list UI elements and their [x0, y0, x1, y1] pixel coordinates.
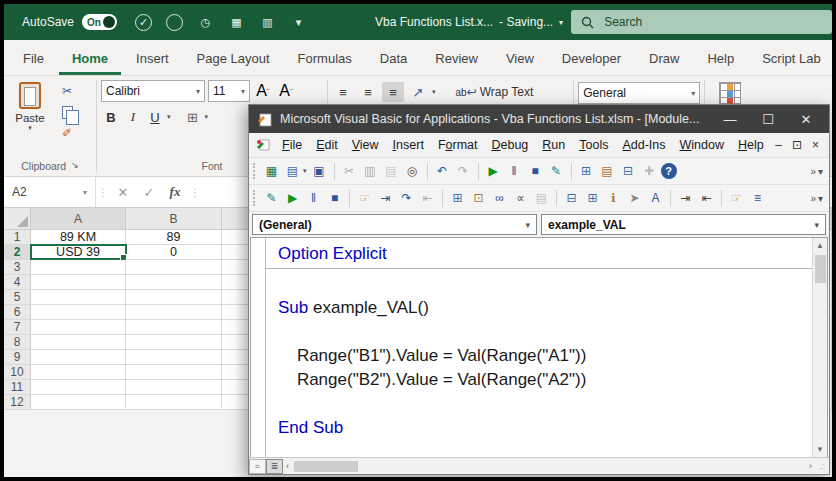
paste-button[interactable]: Paste ▾ [8, 80, 52, 142]
menu-insert[interactable]: Insert [386, 135, 431, 155]
menu-format[interactable]: Format [431, 135, 485, 155]
run-icon[interactable]: ▶ [484, 162, 503, 181]
horizontal-scrollbar[interactable]: ‹ › [283, 458, 815, 474]
toolbar-overflow-button[interactable]: »▾ [810, 193, 827, 204]
row-header-3[interactable]: 3 [4, 260, 31, 274]
row-header-2[interactable]: 2 [4, 245, 31, 259]
reset-icon[interactable]: ■ [325, 189, 344, 208]
step-into-icon[interactable]: ⇥ [376, 189, 395, 208]
menu-file[interactable]: File [275, 135, 309, 155]
indent-icon[interactable]: ⇥ [676, 189, 695, 208]
cell-A5[interactable] [31, 290, 126, 304]
tab-help[interactable]: Help [694, 43, 747, 75]
cell-A10[interactable] [31, 365, 126, 379]
borders-button[interactable]: ⊞ [183, 107, 203, 127]
decrease-font-button[interactable]: Aˇ [276, 81, 296, 101]
tab-page-layout[interactable]: Page Layout [184, 43, 283, 75]
row-header-11[interactable]: 11 [4, 380, 31, 394]
design-mode-icon[interactable]: ✎ [262, 189, 281, 208]
properties-window-icon[interactable]: ▤ [598, 162, 617, 181]
step-out-icon[interactable]: ⇤ [418, 189, 437, 208]
cell-A7[interactable] [31, 320, 126, 334]
full-module-view-button[interactable]: ≣ [266, 459, 283, 474]
toggle-breakpoint-icon[interactable]: ☞ [355, 189, 374, 208]
clipboard-dialog-launcher[interactable]: ↘ [71, 160, 79, 172]
italic-button[interactable]: I [123, 107, 143, 127]
borders-caret-icon[interactable]: ▾ [205, 113, 209, 121]
copy-icon[interactable]: ▥ [361, 162, 380, 181]
bold-button[interactable]: B [101, 107, 121, 127]
insert-userform-icon[interactable]: ▤ [283, 162, 302, 181]
cell-A1[interactable]: 89 KM [31, 230, 126, 244]
cell-A4[interactable] [31, 275, 126, 289]
qat-overflow-chevron[interactable]: ▾ [290, 14, 307, 31]
cell-B4[interactable] [126, 275, 222, 289]
menu-run[interactable]: Run [535, 135, 572, 155]
calendar-icon[interactable]: ▦ [228, 14, 245, 31]
underline-button[interactable]: U [145, 107, 165, 127]
tab-home[interactable]: Home [59, 43, 121, 75]
code-line[interactable] [278, 320, 812, 344]
undo-icon[interactable]: ↶ [433, 162, 452, 181]
cell-B10[interactable] [126, 365, 222, 379]
margin-indicator-bar[interactable] [251, 238, 266, 457]
comment-block-icon[interactable]: ☞ [727, 189, 746, 208]
menu-debug[interactable]: Debug [484, 135, 535, 155]
cell-A11[interactable] [31, 380, 126, 394]
code-line[interactable] [278, 392, 812, 416]
outdent-icon[interactable]: ⇤ [697, 189, 716, 208]
cell-B1[interactable]: 89 [126, 230, 222, 244]
row-header-6[interactable]: 6 [4, 305, 31, 319]
name-box[interactable]: A2 ▾ [4, 177, 96, 207]
quick-watch-icon[interactable]: ∝ [511, 189, 530, 208]
child-close-button[interactable]: × [812, 138, 819, 152]
menu-window[interactable]: Window [673, 135, 731, 155]
cell-B8[interactable] [126, 335, 222, 349]
row-header-8[interactable]: 8 [4, 335, 31, 349]
cell-A9[interactable] [31, 350, 126, 364]
complete-word-icon[interactable]: A [646, 189, 665, 208]
maximize-button[interactable]: ☐ [749, 105, 787, 133]
break-icon[interactable]: ‖ [505, 162, 524, 181]
code-line[interactable]: End Sub [278, 416, 812, 440]
wrap-text-button[interactable]: ab↩ Wrap Text [456, 85, 534, 99]
increase-font-button[interactable]: Aˆ [253, 81, 273, 101]
run-icon[interactable]: ▶ [283, 189, 302, 208]
cell-B9[interactable] [126, 350, 222, 364]
tab-file[interactable]: File [10, 43, 57, 75]
cell-A8[interactable] [31, 335, 126, 349]
row-header-10[interactable]: 10 [4, 365, 31, 379]
align-bottom-button[interactable]: ≡ [382, 82, 404, 102]
tab-developer[interactable]: Developer [549, 43, 634, 75]
cell-B12[interactable] [126, 395, 222, 409]
column-header-b[interactable]: B [126, 208, 222, 229]
cut-icon[interactable]: ✂ [340, 162, 359, 181]
orientation-caret-icon[interactable]: ▾ [432, 88, 436, 96]
paste-icon[interactable]: ▤ [382, 162, 401, 181]
menu-edit[interactable]: Edit [309, 135, 345, 155]
vertical-scrollbar[interactable]: ▲ ▼ [812, 238, 827, 457]
menu-tools[interactable]: Tools [572, 135, 615, 155]
row-header-9[interactable]: 9 [4, 350, 31, 364]
project-explorer-icon[interactable]: ⊞ [577, 162, 596, 181]
resize-grip[interactable]: .ːː [815, 461, 829, 471]
insert-function-button[interactable]: fx [162, 184, 188, 200]
break-icon[interactable]: ‖ [304, 189, 323, 208]
conditional-formatting-icon[interactable] [719, 82, 741, 104]
cell-B11[interactable] [126, 380, 222, 394]
row-header-4[interactable]: 4 [4, 275, 31, 289]
cell-A12[interactable] [31, 395, 126, 409]
code-line[interactable]: Option Explicit [278, 242, 812, 266]
reset-icon[interactable]: ■ [526, 162, 545, 181]
copy-button[interactable] [56, 103, 78, 121]
autosave-toggle[interactable]: On [82, 14, 117, 30]
row-header-5[interactable]: 5 [4, 290, 31, 304]
watch-window-icon[interactable]: ∞ [490, 189, 509, 208]
clock-icon[interactable]: ◷ [197, 14, 214, 31]
cell-B7[interactable] [126, 320, 222, 334]
immediate-window-icon[interactable]: ⊡ [469, 189, 488, 208]
toolbar-grip[interactable] [253, 163, 257, 179]
find-icon[interactable]: ◎ [403, 162, 422, 181]
code-line[interactable]: Range("B2").Value = Val(Range("A2")) [278, 368, 812, 392]
enter-button[interactable]: ✓ [136, 185, 162, 200]
